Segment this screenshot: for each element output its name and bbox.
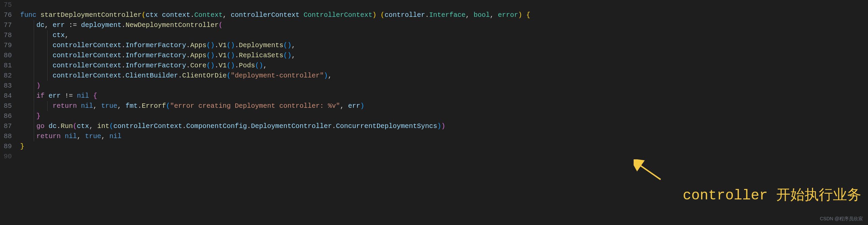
code-line-88[interactable]: return nil, true, nil [20,131,868,141]
code-line-89[interactable]: } [20,141,868,152]
annotation-text: controller 开始执行业务 [683,185,861,206]
line-number: 79 [3,40,12,51]
line-number: 89 [3,141,12,152]
code-editor[interactable]: 75 76 77 78 79 80 81 82 83 84 85 86 87 8… [0,0,868,162]
code-line-80[interactable]: controllerContext.InformerFactory.Apps()… [20,51,868,61]
line-number-gutter: 75 76 77 78 79 80 81 82 83 84 85 86 87 8… [3,0,20,162]
line-number: 84 [3,91,12,101]
line-number: 88 [3,131,12,141]
code-line-81[interactable]: controllerContext.InformerFactory.Core()… [20,61,868,71]
code-line-76[interactable]: func startDeploymentController(ctx conte… [20,10,868,20]
line-number: 77 [3,20,12,30]
line-number: 85 [3,101,12,111]
svg-line-1 [639,164,661,180]
code-line-84[interactable]: if err != nil { [20,91,868,101]
code-line-78[interactable]: ctx, [20,30,868,40]
code-content[interactable]: func startDeploymentController(ctx conte… [20,0,868,162]
code-line-79[interactable]: controllerContext.InformerFactory.Apps()… [20,40,868,51]
code-line-77[interactable]: dc, err := deployment.NewDeploymentContr… [20,20,868,30]
code-line-75[interactable] [20,0,868,10]
line-number: 81 [3,61,12,71]
code-line-83[interactable]: ) [20,81,868,91]
code-line-86[interactable]: } [20,111,868,121]
line-number: 83 [3,81,12,91]
line-number: 87 [3,121,12,131]
code-line-82[interactable]: controllerContext.ClientBuilder.ClientOr… [20,71,868,81]
code-line-87[interactable]: go dc.Run(ctx, int(controllerContext.Com… [20,121,868,131]
line-number: 90 [3,152,12,162]
line-number: 75 [3,0,12,10]
line-number: 86 [3,111,12,121]
line-number: 80 [3,51,12,61]
line-number: 76 [3,10,12,20]
annotation-arrow-icon [634,159,664,183]
line-number: 78 [3,30,12,40]
code-line-90[interactable] [20,152,868,162]
line-number: 82 [3,71,12,81]
code-line-85[interactable]: return nil, true, fmt.Errorf("error crea… [20,101,868,111]
watermark-text: CSDN @程序员欣宸 [820,215,863,222]
